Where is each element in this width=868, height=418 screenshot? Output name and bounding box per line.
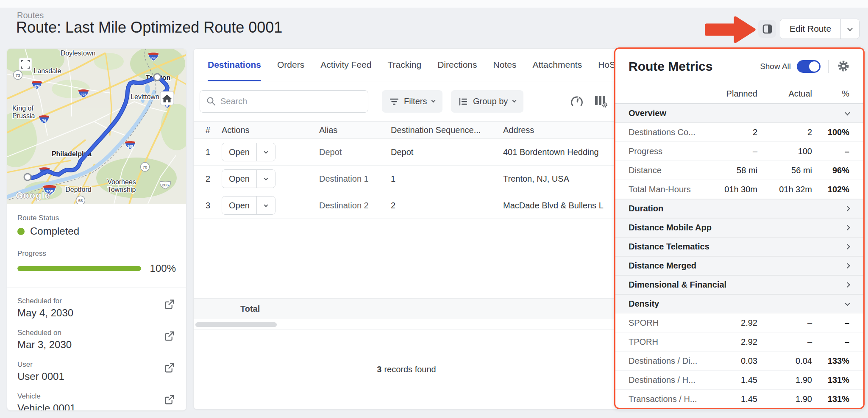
metrics-row-destinations-distance: Destinations / Di...0.030.04133% — [615, 352, 863, 371]
progress-label: Progress — [17, 249, 176, 258]
tab-hos[interactable]: HoS — [598, 49, 615, 81]
table-row: 3 Open Destination 2 2 MacDade Blvd & Bu… — [194, 192, 619, 219]
svg-text:Levittown: Levittown — [131, 93, 159, 100]
metrics-row-distance: Distance58 mi56 mi96% — [615, 161, 863, 180]
tab-notes[interactable]: Notes — [493, 49, 517, 81]
chevron-right-icon — [845, 244, 850, 249]
address-cell: MacDade Blvd & Bullens L — [503, 201, 619, 210]
column-settings-button[interactable] — [593, 94, 609, 109]
column-actions[interactable]: Actions — [222, 125, 319, 135]
tab-destinations[interactable]: Destinations — [208, 49, 261, 81]
gauge-icon — [570, 95, 584, 108]
metrics-section-dimensional-financial[interactable]: Dimensional & Financial — [615, 275, 863, 294]
metrics-section-distance-mobile-app[interactable]: Distance Mobile App — [615, 218, 863, 237]
metrics-section-distance-merged[interactable]: Distance Merged — [615, 256, 863, 275]
column-planned: Planned — [700, 89, 757, 99]
map-attribution: Google — [16, 190, 50, 201]
chevron-down-icon — [264, 176, 268, 180]
metrics-settings-button[interactable] — [836, 59, 851, 74]
metrics-row-tporh: TPORH2.92–– — [615, 332, 863, 352]
sequence-cell: Depot — [391, 147, 503, 157]
metrics-section-duration[interactable]: Duration — [615, 199, 863, 218]
tab-directions[interactable]: Directions — [437, 49, 477, 81]
chevron-right-icon — [845, 225, 850, 230]
toggle-metrics-panel-button[interactable] — [758, 20, 776, 38]
search-input[interactable] — [200, 90, 368, 113]
group-by-button[interactable]: Group by — [451, 90, 523, 113]
svg-text:70: 70 — [143, 165, 147, 169]
tab-orders[interactable]: Orders — [277, 49, 304, 81]
destinations-panel: Destinations Orders Activity Feed Tracki… — [193, 48, 620, 410]
external-link-icon — [164, 330, 175, 342]
edit-route-button[interactable]: Edit Route — [780, 19, 840, 39]
external-link-icon — [164, 394, 175, 405]
show-all-toggle[interactable] — [797, 60, 821, 73]
tab-activity-feed[interactable]: Activity Feed — [320, 49, 371, 81]
edit-route-split-button: Edit Route — [780, 19, 860, 39]
svg-text:76: 76 — [42, 119, 46, 123]
route-map[interactable]: Doylestown Lansdale King of Prussia Tren… — [7, 49, 186, 204]
filters-button[interactable]: Filters — [382, 90, 442, 113]
open-scheduled-on-button[interactable] — [162, 330, 176, 343]
open-scheduled-for-button[interactable] — [162, 298, 176, 312]
map-fullscreen-button[interactable] — [19, 58, 32, 71]
open-button[interactable]: Open — [222, 197, 256, 214]
vehicle-field: Vehicle Vehicle 0001 — [17, 383, 176, 411]
chevron-down-icon — [264, 203, 268, 207]
svg-text:295: 295 — [150, 56, 156, 60]
gear-icon — [837, 60, 850, 72]
top-strip — [0, 0, 868, 8]
metrics-row-progress: Progress–100– — [615, 142, 863, 161]
open-dropdown-button[interactable] — [256, 170, 275, 188]
open-user-button[interactable] — [162, 362, 176, 375]
column-num[interactable]: # — [194, 125, 222, 135]
metrics-row-transactions-hours: Transactions / H...1.451.90131% — [615, 390, 863, 409]
route-metrics-panel: Route Metrics Show All Planned Actual % … — [614, 47, 865, 409]
column-sequence[interactable]: Destination Sequence... — [391, 125, 503, 135]
column-alias[interactable]: Alias — [319, 125, 391, 135]
columns-gear-icon — [593, 94, 609, 108]
metrics-section-overview[interactable]: Overview — [615, 104, 863, 123]
table-header: # Actions Alias Destination Sequence... … — [194, 121, 619, 139]
svg-text:276: 276 — [81, 93, 86, 97]
sequence-cell: 1 — [391, 174, 503, 184]
open-dropdown-button[interactable] — [256, 197, 275, 214]
table-row: 2 Open Destination 1 1 Trenton, NJ, USA — [194, 166, 619, 192]
svg-text:73: 73 — [16, 73, 20, 78]
open-button[interactable]: Open — [222, 143, 256, 161]
alias-cell: Destination 1 — [319, 174, 391, 184]
metrics-row-sporh: SPORH2.92–– — [615, 313, 863, 332]
open-vehicle-button[interactable] — [162, 393, 176, 407]
edit-route-dropdown-button[interactable] — [840, 19, 859, 39]
group-by-icon — [459, 97, 468, 106]
tab-tracking[interactable]: Tracking — [387, 49, 421, 81]
metrics-section-distance-telematics[interactable]: Distance Telematics — [615, 237, 863, 256]
tab-attachments[interactable]: Attachments — [532, 49, 582, 81]
progress-bar-fill — [17, 266, 141, 271]
depot-home-marker[interactable] — [160, 91, 174, 108]
status-dot-icon — [17, 228, 25, 235]
tab-bar: Destinations Orders Activity Feed Tracki… — [194, 49, 619, 81]
dashboard-gauge-button[interactable] — [569, 94, 585, 109]
show-all-label: Show All — [760, 62, 791, 71]
scheduled-for-field: Scheduled for May 4, 2030 — [17, 288, 176, 320]
filter-icon — [389, 98, 399, 105]
chevron-down-icon — [847, 25, 853, 31]
metrics-row-destinations-hours: Destinations / H...1.451.90131% — [615, 371, 863, 390]
chevron-down-icon — [845, 110, 850, 116]
route-end-marker — [154, 74, 161, 80]
open-button[interactable]: Open — [222, 170, 256, 188]
open-dropdown-button[interactable] — [256, 143, 275, 161]
horizontal-scrollbar — [194, 319, 619, 330]
route-start-marker — [24, 174, 31, 180]
metrics-column-header: Planned Actual % — [615, 84, 863, 104]
chevron-right-icon — [845, 263, 850, 269]
metrics-section-density[interactable]: Density — [615, 294, 863, 313]
search-icon — [206, 96, 216, 106]
svg-text:295: 295 — [127, 144, 133, 149]
column-address[interactable]: Address — [503, 125, 619, 135]
progress-bar — [17, 266, 141, 271]
scrollbar-thumb[interactable] — [195, 322, 277, 327]
chevron-down-icon — [512, 98, 517, 102]
table-row: 1 Open Depot Depot 401 Bordentown Heddin… — [194, 139, 619, 166]
